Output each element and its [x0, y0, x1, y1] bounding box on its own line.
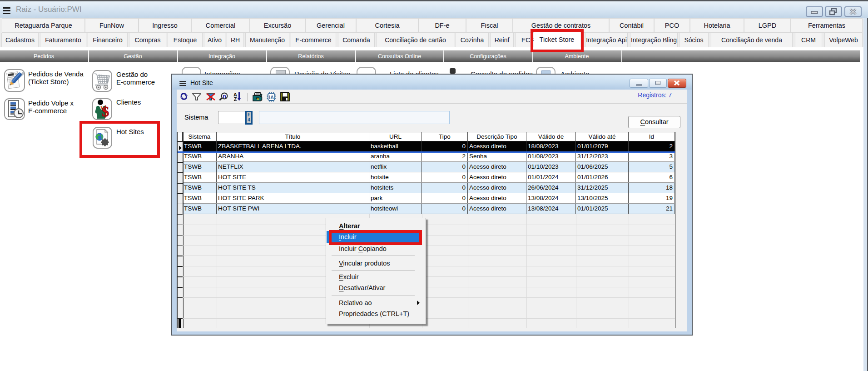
svg-text:$: $	[102, 103, 109, 119]
svg-text:n: n	[223, 93, 226, 100]
svg-text:Z: Z	[234, 96, 237, 101]
svg-text:IA: IA	[269, 95, 274, 100]
